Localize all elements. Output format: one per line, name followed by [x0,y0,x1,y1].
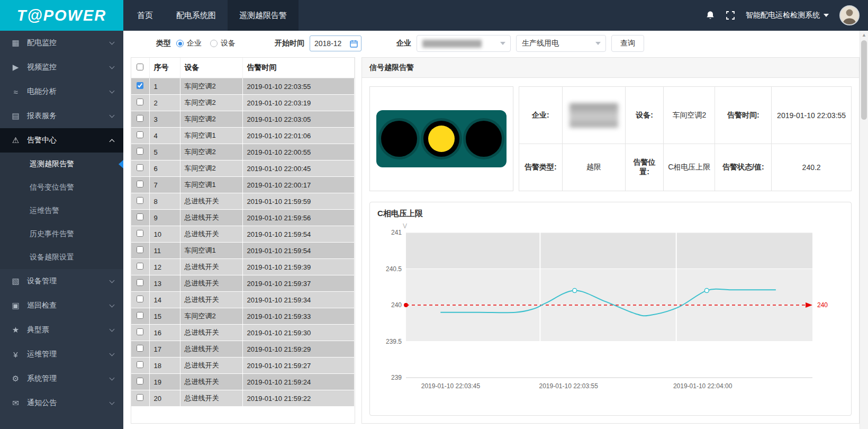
table-row[interactable]: 18总进线开关2019-01-10 21:59:27 [131,358,355,374]
table-row[interactable]: 7车间空调12019-01-10 22:00:17 [131,177,355,193]
sidebar-subitem-device-limit-settings[interactable]: 设备越限设置 [0,246,123,269]
row-checkbox[interactable] [137,378,143,385]
table-row[interactable]: 12总进线开关2019-01-10 21:59:39 [131,259,355,275]
row-no: 4 [149,128,180,144]
row-device: 车间空调1 [180,243,242,259]
select-all-checkbox[interactable] [137,64,143,70]
sidebar-item-report-service[interactable]: ▤报表服务 [0,104,123,128]
row-checkbox[interactable] [137,279,143,286]
row-device: 总进线开关 [180,292,242,308]
table-row[interactable]: 8总进线开关2019-01-10 21:59:59 [131,193,355,210]
row-time: 2019-01-10 22:01:06 [242,128,355,144]
info-time-label: 告警时间: [715,87,772,144]
company-label: 企业 [396,39,411,48]
sidebar-subitem-telemetry-overlimit-alarm[interactable]: 遥测越限告警 [0,153,123,176]
row-checkbox[interactable] [137,131,143,138]
company-select[interactable] [417,35,511,52]
table-row[interactable]: 9总进线开关2019-01-10 21:59:56 [131,210,355,226]
sidebar-item-ops-manage[interactable]: ¥运维管理 [0,342,123,367]
svg-text:239: 239 [391,374,402,381]
table-row[interactable]: 5车间空调22019-01-10 22:00:55 [131,144,355,160]
row-time: 2019-01-10 21:59:34 [242,292,355,308]
table-row[interactable]: 15车间空调22019-01-10 21:59:33 [131,308,355,325]
sidebar-item-typical-ticket[interactable]: ★典型票 [0,318,123,342]
row-time: 2019-01-10 21:59:29 [242,341,355,358]
sidebar-item-notice[interactable]: ✉通知公告 [0,391,123,415]
radio-company[interactable]: 企业 [176,39,202,48]
table-row[interactable]: 10总进线开关2019-01-10 21:59:54 [131,226,355,243]
nav-tab-telemetry-overlimit-alarm[interactable]: 遥测越限告警 [228,0,299,31]
row-no: 11 [149,243,180,259]
sidebar-item-alarm-center[interactable]: ⚠告警中心 [0,128,123,153]
radio-company-label: 企业 [187,39,202,48]
col-header-time[interactable]: 告警时间 [242,58,355,78]
svg-text:2019-01-10 22:03:45: 2019-01-10 22:03:45 [421,382,481,390]
table-row[interactable]: 6车间空调22019-01-10 22:00:45 [131,160,355,177]
row-checkbox[interactable] [137,394,143,401]
col-header-no[interactable]: 序号 [149,58,180,78]
sidebar-subitem-history-event-alarm[interactable]: 历史事件告警 [0,222,123,246]
sidebar-subitem-signal-change-alarm[interactable]: 信号变位告警 [0,176,123,199]
table-row[interactable]: 19总进线开关2019-01-10 21:59:24 [131,374,355,390]
nav-tab-distribution-diagram[interactable]: 配电系统图 [165,0,228,31]
row-checkbox[interactable] [137,246,143,253]
row-checkbox[interactable] [137,312,143,319]
sidebar-item-system-manage[interactable]: ⚙系统管理 [0,367,123,391]
table-row[interactable]: 1车间空调22019-01-10 22:03:55 [131,78,355,95]
active-indicator-arrow [119,160,123,168]
radio-device[interactable]: 设备 [210,39,236,48]
scrollbar[interactable]: ▲ [860,31,868,429]
col-header-device[interactable]: 设备 [180,58,242,78]
star-icon: ★ [11,325,21,335]
info-company-value-redacted [562,87,625,144]
row-checkbox[interactable] [137,361,143,368]
row-checkbox[interactable] [137,115,143,122]
sidebar-item-patrol-check[interactable]: ▣巡回检查 [0,293,123,318]
row-checkbox[interactable] [137,345,143,352]
svg-text:239.5: 239.5 [386,338,402,345]
avatar[interactable] [839,5,860,25]
row-checkbox[interactable] [137,230,143,237]
chevron-up-icon [110,139,115,144]
row-checkbox[interactable] [137,181,143,187]
nav-tab-home[interactable]: 首页 [125,0,165,31]
table-row[interactable]: 16总进线开关2019-01-10 21:59:30 [131,325,355,341]
sidebar-item-video-monitor[interactable]: ▶视频监控 [0,55,123,79]
sidebar-item-power-monitor[interactable]: ▦配电监控 [0,31,123,55]
table-row[interactable]: 17总进线开关2019-01-10 21:59:29 [131,341,355,358]
row-checkbox[interactable] [137,213,143,220]
table-row[interactable]: 3车间空调22019-01-10 22:03:05 [131,111,355,128]
row-checkbox[interactable] [137,263,143,270]
query-button[interactable]: 查询 [611,35,644,52]
row-checkbox[interactable] [137,99,143,105]
start-time-value[interactable] [314,39,348,48]
table-row[interactable]: 11车间空调12019-01-10 21:59:54 [131,243,355,259]
bell-icon[interactable] [706,11,715,21]
row-no: 18 [149,358,180,374]
row-time: 2019-01-10 21:59:39 [242,259,355,275]
scrollbar-thumb[interactable] [861,40,867,120]
scrollbar-up-arrow[interactable]: ▲ [860,31,868,39]
sidebar-subitem-ops-alarm[interactable]: 运维告警 [0,199,123,222]
table-row[interactable]: 4车间空调12019-01-10 22:01:06 [131,128,355,144]
calendar-icon[interactable] [350,40,358,48]
row-checkbox[interactable] [137,148,143,155]
sidebar-item-energy-analysis[interactable]: ≈电能分析 [0,79,123,104]
row-checkbox[interactable] [137,328,143,335]
row-checkbox[interactable] [137,197,143,204]
table-row[interactable]: 14总进线开关2019-01-10 21:59:34 [131,292,355,308]
row-checkbox[interactable] [137,164,143,171]
start-time-input[interactable] [310,35,361,51]
system-menu[interactable]: 智能配电运检检测系统 [746,11,829,20]
table-row[interactable]: 20总进线开关2019-01-10 21:59:22 [131,390,355,407]
row-checkbox[interactable] [137,82,143,89]
sidebar-subitem-label: 信号变位告警 [30,183,74,192]
fullscreen-icon[interactable] [726,11,735,20]
row-device: 总进线开关 [180,210,242,226]
table-row[interactable]: 2车间空调22019-01-10 22:03:19 [131,95,355,111]
alarm-info-table: 企业: 设备: 车间空调2 告警时间: 2019-01-10 22:03:55 … [519,86,852,191]
table-row[interactable]: 13总进线开关2019-01-10 21:59:37 [131,275,355,292]
sidebar-item-device-manage[interactable]: ▧设备管理 [0,269,123,293]
row-checkbox[interactable] [137,296,143,302]
line-select[interactable]: 生产线用电 [516,35,606,52]
